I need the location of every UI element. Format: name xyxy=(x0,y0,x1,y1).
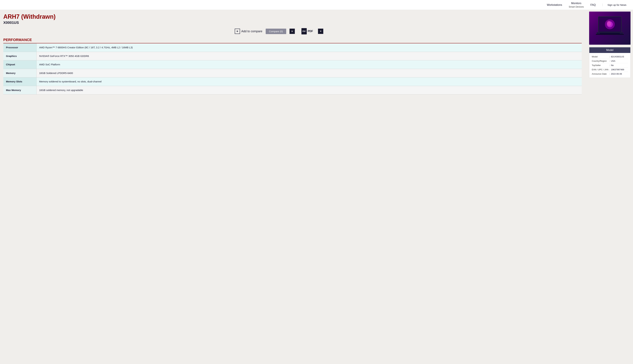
spec-label-graphics: Graphics xyxy=(3,52,37,60)
title-prefix: ARH7 xyxy=(3,13,20,20)
main-content: ARH7 (Withdrawn) X0001US + Add to compar… xyxy=(0,10,633,364)
nav-signup[interactable]: Sign up for News xyxy=(602,4,626,6)
spec-value-memory-slots: Memory soldered to systemboard, no slots… xyxy=(37,78,582,86)
spec-label-processor: Processor xyxy=(3,43,37,52)
model-row-model: Model : 82UX0001US xyxy=(592,54,628,59)
left-section: ARH7 (Withdrawn) X0001US + Add to compar… xyxy=(0,10,587,364)
model-label-topseller: TopSeller xyxy=(592,64,608,66)
pdf-label: PDF xyxy=(308,30,313,33)
table-row: Max Memory 16GB soldered memory, not upg… xyxy=(3,86,582,94)
table-row: Memory 16GB Soldered LPDDR5-6400 xyxy=(3,69,582,78)
model-row-ean: EAN / UPC / JAN : 19637997489 xyxy=(592,68,628,72)
model-label-announce: Announce Date xyxy=(592,73,608,75)
close-icon: ✕ xyxy=(291,30,293,33)
model-card-header: Model xyxy=(589,47,630,53)
excel-icon[interactable]: ✕ xyxy=(318,28,323,34)
model-value-topseller: No xyxy=(611,64,614,66)
right-section: Model Model : 82UX0001US Country/Region … xyxy=(587,10,633,364)
model-info-card: Model Model : 82UX0001US Country/Region … xyxy=(589,47,630,78)
model-code: X0001US xyxy=(3,20,582,25)
nav-workstations[interactable]: Workstations xyxy=(547,4,562,6)
model-value-ean: 19637997489 xyxy=(611,68,624,71)
spec-value-graphics: NVIDIA® GeForce RTX™ 3050 4GB GDDR6 xyxy=(37,52,582,60)
spec-label-chipset: Chipset xyxy=(3,60,37,69)
model-value-country: USA xyxy=(611,60,615,62)
spec-label-memory-slots: Memory Slots xyxy=(3,78,37,86)
compare-bar: + Add to compare Compare (0) ✕ PDF PDF ✕ xyxy=(3,28,582,34)
model-label-ean: EAN / UPC / JAN xyxy=(592,68,608,71)
model-row-topseller: TopSeller : No xyxy=(592,63,628,68)
nav-monitors[interactable]: Monitors xyxy=(571,2,581,5)
model-value-announce: 2022-06-06 xyxy=(611,73,622,75)
table-row: Chipset AMD SoC Platform xyxy=(3,60,582,69)
model-label-model: Model xyxy=(592,56,608,58)
model-row-announce: Announce Date : 2022-06-06 xyxy=(592,72,628,76)
table-row: Processor AMD Ryzen™ 7 6800HS Creator Ed… xyxy=(3,43,582,52)
spec-value-max-memory: 16GB soldered memory, not upgradable xyxy=(37,86,582,94)
performance-section-header: PERFORMANCE xyxy=(3,38,582,43)
pdf-icon: PDF xyxy=(301,28,307,34)
plus-icon: + xyxy=(235,28,240,34)
svg-rect-6 xyxy=(600,33,620,34)
withdrawn-label: (Withdrawn) xyxy=(21,13,56,20)
spec-value-chipset: AMD SoC Platform xyxy=(37,60,582,69)
model-row-country: Country/Region : USA xyxy=(592,59,628,63)
model-value-model: 82UX0001US xyxy=(611,56,624,58)
add-to-compare-label: Add to compare xyxy=(241,30,262,33)
product-name-withdrawn: ARH7 (Withdrawn) xyxy=(3,13,582,20)
table-row: Graphics NVIDIA® GeForce RTX™ 3050 4GB G… xyxy=(3,52,582,60)
spec-label-max-memory: Max Memory xyxy=(3,86,37,94)
add-to-compare-button[interactable]: + Add to compare xyxy=(235,28,262,34)
pdf-button[interactable]: PDF PDF xyxy=(301,28,313,34)
close-compare-button[interactable]: ✕ xyxy=(290,28,295,34)
compare-count-button[interactable]: Compare (0) xyxy=(266,28,286,34)
spec-value-memory: 16GB Soldered LPDDR5-6400 xyxy=(37,69,582,78)
spec-label-memory: Memory xyxy=(3,69,37,78)
nav-smart-devices[interactable]: Smart Devices xyxy=(569,6,584,8)
nav-faq[interactable]: FAQ xyxy=(590,4,596,6)
product-image xyxy=(589,12,630,45)
model-card-body: Model : 82UX0001US Country/Region : USA … xyxy=(589,53,630,78)
spec-value-processor: AMD Ryzen™ 7 6800HS Creator Edition (8C … xyxy=(37,43,582,52)
model-label-country: Country/Region xyxy=(592,60,608,62)
page-title-area: ARH7 (Withdrawn) X0001US xyxy=(3,13,582,25)
specs-table: Processor AMD Ryzen™ 7 6800HS Creator Ed… xyxy=(3,43,582,94)
laptop-svg xyxy=(595,15,625,41)
table-row: Memory Slots Memory soldered to systembo… xyxy=(3,78,582,86)
nav-monitors-group: Monitors Smart Devices xyxy=(569,2,584,8)
svg-rect-7 xyxy=(596,34,624,35)
top-navigation: Workstations Monitors Smart Devices FAQ … xyxy=(0,0,633,10)
